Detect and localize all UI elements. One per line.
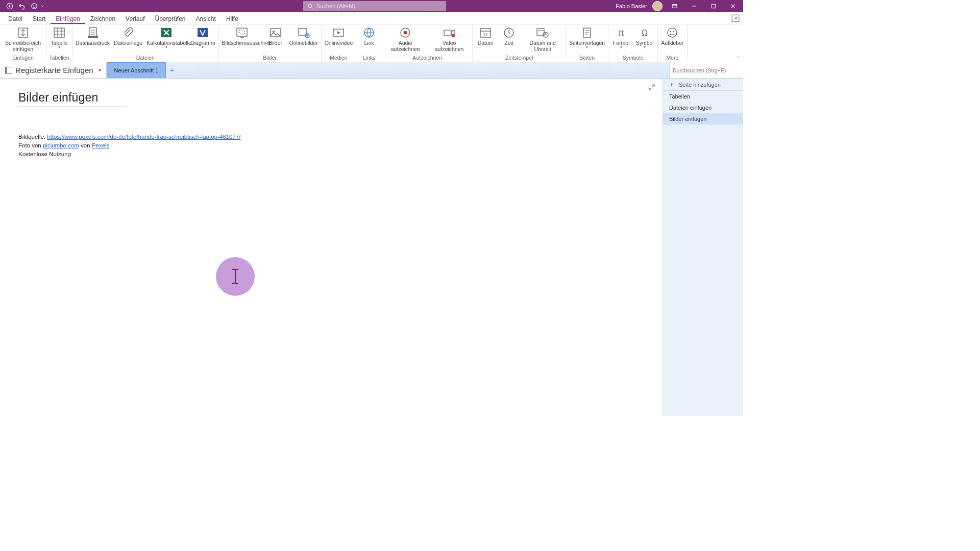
avatar[interactable] bbox=[652, 1, 663, 11]
close-icon[interactable] bbox=[726, 0, 740, 12]
tab-ueberpruefen[interactable]: Überprüfen bbox=[150, 13, 190, 24]
site-link[interactable]: Pexels bbox=[92, 142, 110, 148]
ribbon-button-label: Dateiausdruck bbox=[76, 40, 110, 46]
maximize-icon[interactable] bbox=[706, 0, 721, 12]
svg-point-37 bbox=[673, 31, 674, 32]
ribbon-link-button[interactable]: Link bbox=[357, 26, 381, 46]
page-list-panel: ＋ Seite hinzufügen TabellenDateien einfü… bbox=[663, 79, 743, 416]
user-name[interactable]: Fabio Basler bbox=[616, 3, 647, 9]
ribbon-date-button[interactable]: 17Datum bbox=[474, 26, 497, 46]
ribbon-datetime-button[interactable]: Datum und Uhrzeit bbox=[521, 26, 565, 52]
datetime-icon bbox=[536, 27, 549, 39]
ribbon-symbol-button[interactable]: ΩSymbol▾ bbox=[633, 26, 656, 49]
page-list-item[interactable]: Bilder einfügen bbox=[663, 113, 743, 124]
ribbon-button-label: Datum und Uhrzeit bbox=[523, 40, 562, 52]
minimize-icon[interactable] bbox=[687, 0, 701, 12]
chevron-down-icon: ▾ bbox=[644, 46, 646, 49]
ribbon-online-video-button[interactable]: Onlinevideo bbox=[323, 26, 355, 46]
von-text: von bbox=[79, 142, 92, 148]
tab-ansicht[interactable]: Ansicht bbox=[191, 13, 221, 24]
svg-rect-6 bbox=[673, 5, 677, 6]
ribbon-audio-rec-button[interactable]: Audio aufzeichnen bbox=[383, 26, 427, 52]
pictures-icon bbox=[269, 27, 282, 39]
ribbon-button-label: Datum bbox=[478, 40, 494, 46]
ribbon-page-templates-button[interactable]: Seitenvorlagen▾ bbox=[567, 26, 607, 49]
ribbon-button-label: Dateianlage bbox=[114, 40, 142, 46]
tab-datei[interactable]: Datei bbox=[3, 13, 28, 24]
add-section-button[interactable]: ＋ bbox=[166, 62, 178, 78]
symbol-icon: Ω bbox=[638, 27, 651, 39]
svg-point-26 bbox=[452, 34, 455, 37]
page-body[interactable]: Bildquelle: https://www.pexels.com/de-de… bbox=[18, 133, 648, 159]
tab-zeichnen[interactable]: Zeichnen bbox=[85, 13, 120, 24]
page-list-item[interactable]: Tabellen bbox=[663, 91, 743, 102]
ribbon-button-label: Zeit bbox=[504, 40, 513, 46]
add-page-label: Seite hinzufügen bbox=[679, 82, 721, 88]
ribbon-insert-space-button[interactable]: Schreibbereich einfügen bbox=[1, 26, 45, 52]
link-icon bbox=[362, 27, 376, 39]
ribbon-group-more: AufkleberMore bbox=[658, 24, 687, 62]
svg-point-3 bbox=[35, 5, 35, 6]
audio-rec-icon bbox=[399, 27, 412, 39]
undo-icon[interactable] bbox=[18, 3, 26, 10]
ribbon-file-printout-button[interactable]: Dateiausdruck bbox=[74, 26, 112, 46]
search-input[interactable] bbox=[316, 3, 442, 9]
ribbon-pictures-button[interactable]: Bilder bbox=[264, 26, 287, 46]
chevron-down-icon: ▾ bbox=[586, 46, 588, 49]
ribbon-screenclip-button[interactable]: Bildschirmausschnitt bbox=[220, 26, 264, 46]
menubar: Datei Start Einfügen Zeichnen Verlauf Üb… bbox=[0, 12, 743, 24]
chevron-down-icon: ▾ bbox=[165, 46, 167, 49]
search-box[interactable] bbox=[303, 1, 446, 11]
section-tab[interactable]: Neuer Abschnitt 1 bbox=[107, 62, 166, 78]
file-printout-icon bbox=[86, 27, 100, 39]
ribbon-group-label: Zeitstempel bbox=[505, 54, 533, 62]
ribbon-button-label: Onlinevideo bbox=[325, 40, 353, 46]
ribbon-excel-button[interactable]: Kalkulationstabelle▾ bbox=[144, 26, 188, 49]
page-title[interactable]: Bilder einfügen bbox=[18, 91, 126, 107]
back-icon[interactable] bbox=[6, 3, 13, 10]
qat-dropdown-icon[interactable] bbox=[41, 3, 44, 10]
tab-einfuegen[interactable]: Einfügen bbox=[51, 13, 85, 24]
ribbon-table-button[interactable]: Tabelle▾ bbox=[47, 26, 71, 49]
search-pages-input[interactable] bbox=[673, 67, 740, 73]
ribbon-sticker-button[interactable]: Aufkleber bbox=[659, 26, 685, 46]
chevron-down-icon: ▾ bbox=[620, 46, 622, 49]
svg-rect-10 bbox=[54, 28, 64, 37]
notebook-dropdown[interactable]: Registerkarte Einfügen ▾ bbox=[0, 62, 107, 78]
collapse-ribbon-icon[interactable]: ⌃ bbox=[736, 56, 740, 61]
ribbon-button-label: Bildschirmausschnitt bbox=[222, 40, 262, 46]
svg-point-35 bbox=[668, 28, 677, 37]
add-page-button[interactable]: ＋ Seite hinzufügen bbox=[663, 79, 743, 91]
emoji-icon[interactable] bbox=[31, 3, 38, 10]
ribbon-equation-button[interactable]: πFormel▾ bbox=[609, 26, 633, 49]
page-list-item[interactable]: Dateien einfügen bbox=[663, 102, 743, 113]
ribbon-display-icon[interactable] bbox=[668, 0, 682, 12]
author-link[interactable]: picjumbo.com bbox=[43, 142, 79, 148]
svg-rect-16 bbox=[239, 30, 244, 34]
tab-start[interactable]: Start bbox=[28, 13, 51, 24]
search-pages-box[interactable] bbox=[669, 62, 743, 78]
equation-icon: π bbox=[615, 27, 628, 39]
share-icon[interactable] bbox=[731, 14, 740, 23]
ribbon-group-label: Dateien bbox=[136, 54, 155, 62]
excel-icon bbox=[160, 27, 173, 39]
section-tabs-row: Registerkarte Einfügen ▾ Neuer Abschnitt… bbox=[0, 62, 743, 79]
ribbon-group-aufzeichnen: Audio aufzeichnenVideo aufzeichnenAufzei… bbox=[382, 24, 473, 62]
ribbon-group-tabellen: Tabelle▾Tabellen bbox=[46, 24, 72, 62]
tab-verlauf[interactable]: Verlauf bbox=[120, 13, 150, 24]
ribbon-time-button[interactable]: Zeit bbox=[497, 26, 521, 46]
ribbon-video-rec-button[interactable]: Video aufzeichnen bbox=[427, 26, 471, 52]
tab-hilfe[interactable]: Hilfe bbox=[221, 13, 243, 24]
source-link[interactable]: https://www.pexels.com/de-de/foto/hande-… bbox=[47, 134, 240, 140]
ribbon-online-pictures-button[interactable]: Onlinebilder bbox=[287, 26, 320, 46]
notebook-name: Registerkarte Einfügen bbox=[15, 66, 93, 74]
ribbon-group-medien: OnlinevideoMedien bbox=[322, 24, 356, 62]
ribbon-attachment-button[interactable]: Dateianlage bbox=[112, 26, 144, 46]
search-icon bbox=[740, 67, 740, 74]
chevron-down-icon: ▾ bbox=[99, 67, 101, 73]
ribbon-visio-button[interactable]: Diagramm▾ bbox=[188, 26, 217, 49]
page-canvas[interactable]: Bilder einfügen Bildquelle: https://www.… bbox=[0, 79, 663, 416]
expand-page-icon[interactable] bbox=[648, 84, 655, 91]
online-pictures-icon bbox=[297, 27, 310, 39]
svg-point-36 bbox=[670, 31, 671, 32]
